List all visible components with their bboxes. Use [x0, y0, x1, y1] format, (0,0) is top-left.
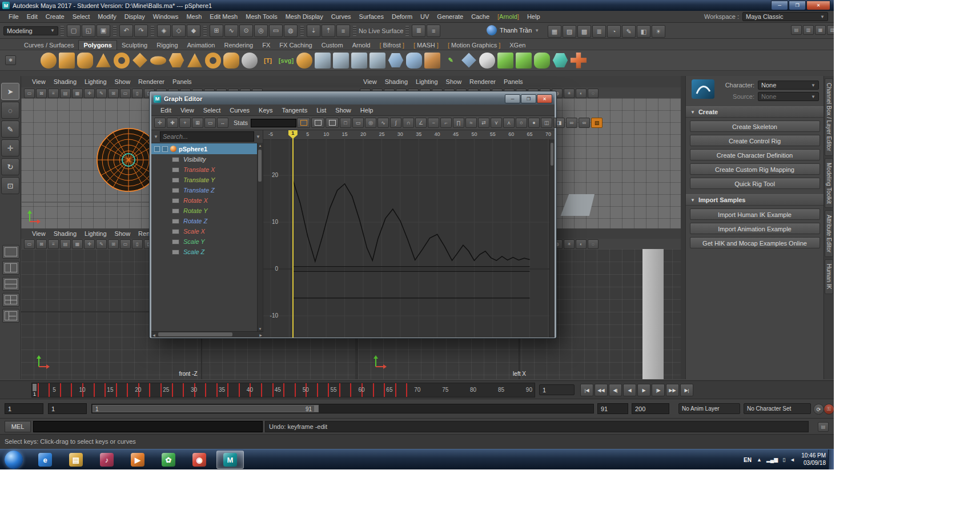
save-scene-icon[interactable]: ▣: [97, 25, 110, 37]
panel-menu-show[interactable]: Show: [111, 77, 135, 86]
minimize-button[interactable]: ─: [771, 1, 788, 10]
panel-menu-view[interactable]: View: [359, 77, 381, 86]
create-skeleton-button[interactable]: Create Skeleton: [690, 121, 820, 132]
channel-scale-z[interactable]: Scale Z: [151, 247, 263, 257]
normalized-view-icon[interactable]: [326, 118, 339, 128]
animation-end-field[interactable]: 200: [632, 403, 669, 414]
shelf-tab-animation[interactable]: Animation: [183, 41, 220, 50]
range-slider-track[interactable]: 1 91: [91, 404, 594, 413]
two-pane-side-layout-icon[interactable]: [2, 261, 19, 275]
character-set-menu-icon[interactable]: ⟳: [813, 404, 824, 415]
region-keys-icon[interactable]: ▭: [204, 118, 216, 128]
graph-editor-menu-tangents[interactable]: Tangents: [278, 106, 312, 115]
shelf-tab-rendering[interactable]: Rendering: [219, 41, 258, 50]
separate-icon[interactable]: [351, 53, 367, 69]
close-button[interactable]: ✕: [806, 1, 830, 10]
single-pane-layout-icon[interactable]: [2, 245, 19, 259]
keyframe-tick[interactable]: [339, 383, 340, 397]
hidden-icons-button[interactable]: ▲: [757, 457, 762, 463]
bookmarks-icon[interactable]: ▤: [60, 239, 71, 249]
camera-attributes-icon[interactable]: ≡: [48, 89, 59, 98]
scale-tool-icon[interactable]: ⊡: [1, 177, 19, 194]
image-plane-icon[interactable]: ▦: [72, 239, 83, 249]
frame-playback-range-icon[interactable]: ▭: [352, 118, 364, 128]
center-current-time-icon[interactable]: ◎: [365, 118, 376, 128]
quick-rig-tool-button[interactable]: Quick Rig Tool: [690, 178, 820, 189]
outputs-from-selected-icon[interactable]: ⇡: [322, 25, 335, 37]
xray-icon[interactable]: ◌: [588, 89, 599, 98]
ge-close-button[interactable]: ✕: [537, 94, 552, 103]
keyframe-tick[interactable]: [295, 383, 296, 397]
current-frame-marker[interactable]: [32, 383, 37, 392]
keyframe-tick[interactable]: [60, 383, 61, 397]
keyframe-tick[interactable]: [116, 383, 117, 397]
select-by-object-icon[interactable]: ◇: [172, 25, 186, 37]
poly-wall-object[interactable]: [642, 249, 664, 379]
panel-menu-renderer[interactable]: Renderer: [465, 77, 500, 86]
resolution-gate-icon[interactable]: ▯: [132, 89, 143, 98]
menu-mesh-display[interactable]: Mesh Display: [282, 11, 327, 22]
language-indicator[interactable]: EN: [744, 457, 752, 463]
menu-cache[interactable]: Cache: [467, 11, 493, 22]
render-settings-icon[interactable]: ≣: [592, 25, 606, 38]
graph-editor-menu-show[interactable]: Show: [331, 106, 356, 115]
snap-to-curve-icon[interactable]: ∿: [224, 25, 238, 37]
frame-all-icon[interactable]: □: [340, 118, 351, 128]
menu-mesh-tools[interactable]: Mesh Tools: [242, 11, 281, 22]
light-editor-icon[interactable]: ☀: [652, 25, 665, 38]
menu-file[interactable]: File: [5, 11, 23, 22]
stacked-view-icon[interactable]: [311, 118, 324, 128]
poly-plane-object[interactable]: [557, 194, 595, 216]
graph-editor-curve-view[interactable]: -5510152025303540455055606570 20100-10 1: [263, 130, 555, 338]
step-back-frame-button[interactable]: ◀|: [609, 384, 622, 396]
sweep-mesh-icon[interactable]: [296, 53, 312, 69]
resolution-gate-icon[interactable]: ▯: [132, 239, 143, 249]
list-of-inputs-icon[interactable]: ≣: [412, 25, 425, 37]
poly-cone-icon[interactable]: [95, 53, 111, 69]
script-editor-icon[interactable]: ▤: [818, 422, 829, 432]
side-tab-channel-box-layer-editor[interactable]: Channel Box / Layer Editor: [825, 78, 833, 156]
search-input[interactable]: Search...: [160, 131, 254, 142]
grid-toggle-icon[interactable]: ⊞: [108, 89, 119, 98]
source-selector[interactable]: None▼: [758, 92, 819, 101]
graph-editor-window[interactable]: M Graph Editor ─❐✕ EditViewSelectCurvesK…: [150, 91, 556, 338]
shelf-tab-sculpting[interactable]: Sculpting: [117, 41, 152, 50]
pre-infinity-icon[interactable]: ∞: [566, 118, 577, 128]
create-character-definition-button[interactable]: Create Character Definition: [690, 149, 820, 160]
film-gate-icon[interactable]: ▭: [120, 89, 131, 98]
graph-editor-menu-keys[interactable]: Keys: [254, 106, 277, 115]
shelf-tab-arnold[interactable]: Arnold: [348, 41, 375, 50]
persp-outliner-layout-icon[interactable]: [2, 309, 19, 323]
toon-shader-icon[interactable]: ◔: [607, 25, 621, 38]
step-forward-key-button[interactable]: ▶▶: [666, 384, 679, 396]
hotbox-controls-icon[interactable]: ▧: [827, 25, 834, 35]
shadows-icon[interactable]: ◐: [576, 239, 587, 249]
command-input[interactable]: [33, 421, 263, 432]
time-slider-track[interactable]: 510152025303540455055606570758085901: [31, 383, 535, 397]
poly-cube-icon[interactable]: [59, 53, 75, 69]
platonic-solid-icon[interactable]: [168, 53, 184, 69]
unify-tangents-icon[interactable]: ⋏: [503, 118, 515, 128]
poly-sphere-icon[interactable]: [41, 53, 57, 69]
go-to-start-button[interactable]: |◀: [580, 384, 593, 396]
chevron-down-icon[interactable]: ▼: [256, 134, 260, 139]
outliner-vertical-scrollbar[interactable]: ▲ ▼: [257, 143, 263, 332]
menu-deform[interactable]: Deform: [388, 11, 416, 22]
graph-editor-menu-view[interactable]: View: [176, 106, 199, 115]
redo-icon[interactable]: ↷: [134, 25, 148, 37]
select-by-hierarchy-icon[interactable]: ◈: [157, 25, 171, 37]
channel-translate-x[interactable]: Translate X: [151, 164, 263, 175]
ipr-render-icon[interactable]: ▩: [577, 25, 591, 38]
keyframe-tick[interactable]: [395, 383, 396, 397]
extrude-icon[interactable]: [424, 53, 440, 69]
two-pane-stacked-layout-icon[interactable]: [2, 277, 19, 291]
keyframe-tick[interactable]: [149, 383, 150, 397]
side-tab-attribute-editor[interactable]: Attribute Editor: [825, 210, 833, 257]
type-tool-icon[interactable]: [T]: [260, 53, 276, 69]
target-weld-icon[interactable]: [479, 53, 495, 69]
use-all-lights-icon[interactable]: ☀: [564, 89, 575, 98]
grease-pencil-icon[interactable]: ✎: [96, 89, 107, 98]
svg-tool-icon[interactable]: [svg]: [278, 53, 294, 69]
panel-menu-shading[interactable]: Shading: [381, 77, 412, 86]
step-forward-frame-button[interactable]: |▶: [652, 384, 665, 396]
